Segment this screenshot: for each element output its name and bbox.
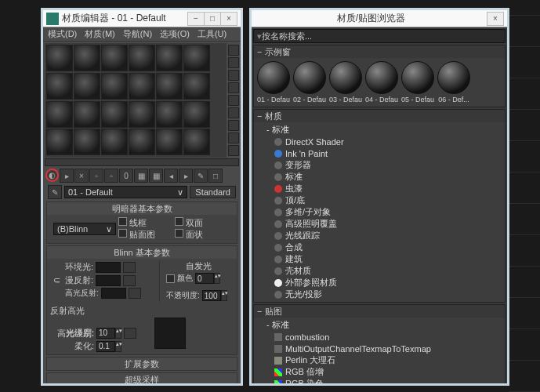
tree-item[interactable]: 合成 — [259, 241, 500, 253]
tree-item[interactable]: 壳材质 — [259, 265, 500, 277]
facemap-checkbox[interactable] — [118, 229, 127, 238]
sample-slot[interactable] — [46, 101, 73, 128]
sample-slot[interactable] — [183, 101, 210, 128]
selfillum-input[interactable] — [195, 273, 214, 284]
material-section-header[interactable]: 材质 — [254, 110, 505, 122]
tree-item[interactable]: 变形器 — [259, 159, 500, 171]
sample-sphere[interactable]: 02 - Default — [293, 61, 326, 103]
tree-item[interactable]: 虫漆 — [259, 183, 500, 194]
specular-map-button[interactable] — [129, 288, 141, 299]
sample-slot[interactable] — [156, 73, 183, 100]
options-icon[interactable] — [228, 120, 239, 131]
put-to-library-icon[interactable]: ▫ — [104, 169, 118, 183]
tree-item[interactable]: combustion — [259, 331, 500, 343]
search-input[interactable]: ▾ 按名称搜索... — [253, 29, 506, 43]
sample-slot[interactable] — [156, 101, 183, 128]
sample-slot[interactable] — [74, 129, 100, 155]
menu-mode[interactable]: 模式(D) — [48, 28, 77, 40]
tree-item[interactable]: Perlin 大理石 — [259, 354, 500, 366]
sample-slot[interactable] — [101, 129, 128, 155]
sample-slot[interactable] — [156, 129, 183, 155]
sample-scrollbar[interactable] — [45, 158, 239, 166]
tree-item[interactable]: 高级照明覆盖 — [259, 218, 500, 230]
diffuse-swatch[interactable] — [96, 275, 121, 286]
preview-icon[interactable] — [228, 107, 239, 118]
opacity-input[interactable] — [202, 290, 221, 301]
mat-id-icon[interactable] — [228, 145, 239, 156]
sample-slot[interactable] — [46, 45, 73, 71]
sample-sphere[interactable]: 06 - Def... — [437, 61, 470, 103]
sample-section-header[interactable]: 示例窗 — [254, 45, 505, 58]
material-name-input[interactable]: 01 - Default∨ — [64, 186, 187, 198]
tree-item[interactable]: 外部参照材质 — [259, 277, 500, 289]
ext-panel-header[interactable]: 扩展参数 — [47, 358, 237, 370]
sample-sphere[interactable]: 01 - Default — [257, 61, 290, 103]
get-material-icon[interactable]: ◐ — [45, 169, 59, 182]
tree-group[interactable]: - 标准 — [259, 124, 500, 136]
wire-checkbox[interactable] — [118, 217, 127, 226]
shader-type-button[interactable]: Standard — [190, 186, 236, 198]
sample-slot[interactable] — [101, 101, 128, 128]
pick-material-icon[interactable]: ✎ — [48, 185, 62, 199]
sample-slot[interactable] — [129, 73, 155, 100]
sample-slot[interactable] — [183, 73, 210, 100]
specular-swatch[interactable] — [101, 288, 126, 299]
sample-sphere[interactable]: 05 - Default — [401, 61, 434, 103]
titlebar[interactable]: 材质编辑器 - 01 - Default − □ × — [43, 10, 241, 27]
tree-item[interactable]: 标准 — [259, 171, 500, 183]
menu-nav[interactable]: 导航(N) — [123, 28, 152, 40]
super-panel-header[interactable]: 超级采样 — [47, 373, 237, 383]
sample-slot[interactable] — [156, 45, 183, 71]
titlebar[interactable]: 材质/贴图浏览器 × — [252, 10, 507, 27]
menu-material[interactable]: 材质(M) — [85, 28, 115, 40]
sample-slot[interactable] — [129, 45, 155, 71]
go-parent-icon[interactable]: ◂ — [164, 169, 178, 183]
name-icon[interactable]: □ — [208, 169, 223, 183]
ambient-swatch[interactable] — [96, 262, 121, 273]
sample-slot[interactable] — [183, 129, 210, 155]
tree-item[interactable]: DirectX Shader — [259, 136, 500, 147]
show-map-icon[interactable]: ▦ — [134, 169, 148, 183]
map-section-header[interactable]: 贴图 — [254, 305, 505, 318]
selfillum-color-checkbox[interactable] — [166, 274, 175, 283]
background-icon[interactable] — [228, 70, 239, 81]
tree-group[interactable]: - 标准 — [259, 319, 500, 331]
gloss-input[interactable] — [96, 328, 115, 339]
select-by-mat-icon[interactable] — [228, 132, 239, 143]
gloss-map-button[interactable] — [124, 328, 136, 339]
panel-header[interactable]: 明暗器基本参数 — [47, 202, 237, 215]
sample-type-icon[interactable] — [228, 45, 239, 56]
sample-slot[interactable] — [101, 45, 128, 71]
show-end-icon[interactable]: ▦ — [149, 169, 163, 183]
tree-item[interactable]: RGB 倍增 — [259, 366, 500, 378]
tree-item[interactable]: 多维/子对象 — [259, 206, 500, 218]
assign-icon[interactable]: ▸ — [60, 169, 74, 183]
soften-input[interactable] — [96, 341, 115, 352]
tree-item[interactable]: 无光/投影 — [259, 289, 500, 300]
uv-tile-icon[interactable] — [228, 82, 239, 93]
minimize-button[interactable]: − — [187, 12, 205, 26]
menu-tools[interactable]: 工具(U) — [198, 28, 227, 40]
sample-sphere[interactable]: 03 - Defaul... — [329, 61, 362, 103]
reset-icon[interactable]: × — [74, 169, 89, 183]
sample-slot[interactable] — [74, 101, 100, 128]
tree-item[interactable]: 建筑 — [259, 253, 500, 265]
backlight-icon[interactable] — [228, 57, 239, 68]
sample-sphere[interactable]: 04 - Defaul... — [365, 61, 398, 103]
video-check-icon[interactable] — [228, 95, 239, 106]
maximize-button[interactable]: □ — [204, 12, 221, 26]
go-sibling-icon[interactable]: ▸ — [179, 169, 193, 183]
diffuse-map-button[interactable] — [123, 275, 136, 286]
shader-dropdown[interactable]: (B)Blinn∨ — [53, 223, 116, 235]
ambient-map-button[interactable] — [123, 262, 136, 273]
sample-slot[interactable] — [74, 73, 100, 100]
panel-header[interactable]: Blinn 基本参数 — [47, 246, 237, 259]
menu-options[interactable]: 选项(O) — [160, 28, 190, 40]
close-button[interactable]: × — [487, 12, 504, 26]
2sided-checkbox[interactable] — [175, 217, 183, 226]
sample-slot[interactable] — [74, 45, 100, 71]
sample-slot[interactable] — [129, 101, 155, 128]
tree-item[interactable]: RGB 染色 — [259, 378, 500, 383]
effects-channel-icon[interactable]: 0 — [119, 169, 133, 183]
put-to-scene-icon[interactable]: ▫ — [89, 169, 103, 183]
